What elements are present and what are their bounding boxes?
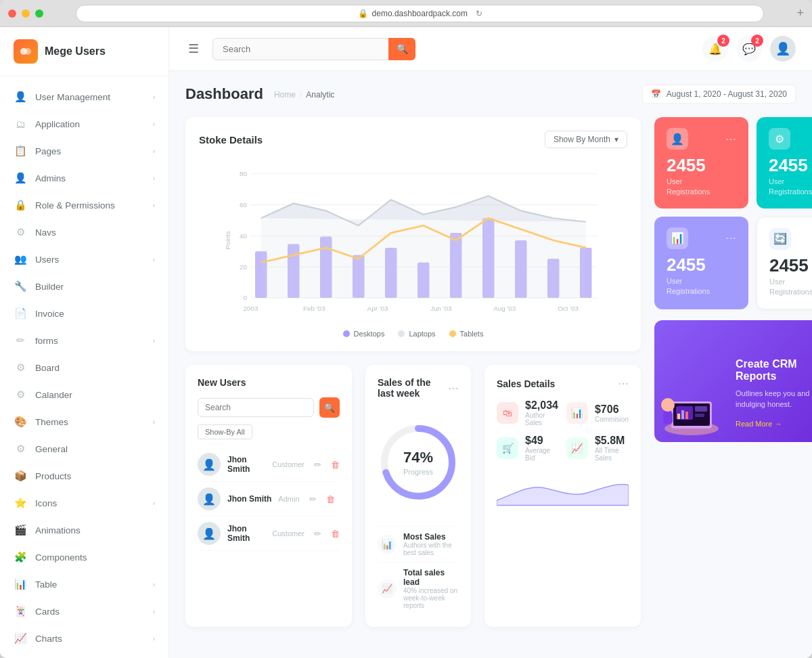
- stat-card-white-label: UserRegistrations: [769, 277, 812, 298]
- users-search-input[interactable]: [198, 398, 314, 417]
- users-search-btn[interactable]: 🔍: [319, 397, 340, 418]
- search-button[interactable]: 🔍: [388, 38, 415, 60]
- sidebar-item-components[interactable]: 🧩 Components: [0, 544, 168, 571]
- user-delete-3[interactable]: 🗑: [331, 529, 340, 539]
- progress-label: Progress: [403, 468, 433, 476]
- bell-badge: 2: [717, 35, 729, 47]
- menu-label-themes: Themes: [35, 417, 153, 427]
- user-edit-1[interactable]: ✏: [314, 460, 321, 470]
- sidebar-item-general[interactable]: ⚙ General: [0, 435, 168, 462]
- sidebar-item-products[interactable]: 📦 Products: [0, 462, 168, 489]
- svg-text:Apr '03: Apr '03: [367, 305, 388, 312]
- menu-icon-role-permissions: 🔒: [14, 198, 27, 212]
- svg-text:Jun '03: Jun '03: [430, 305, 452, 312]
- sidebar-item-user-management[interactable]: 👤 User Management ›: [0, 83, 168, 110]
- bell-notification-btn[interactable]: 🔔 2: [702, 36, 728, 62]
- total-sales-title: Total sales lead: [403, 568, 459, 587]
- sidebar-item-admins[interactable]: 👤 Admins ›: [0, 164, 168, 192]
- svg-text:Points: Points: [224, 231, 231, 249]
- chat-notification-btn[interactable]: 💬 2: [736, 36, 762, 62]
- browser-window: 🔒 demo.dashboardpack.com ↻ + Mege Users …: [0, 0, 812, 658]
- sidebar-item-icons[interactable]: ⭐ Icons ›: [0, 489, 168, 517]
- sidebar-item-invoice[interactable]: 📄 Invoice: [0, 300, 168, 327]
- mini-chart-svg: [497, 470, 629, 510]
- search-input[interactable]: [212, 38, 415, 60]
- menu-icon-icons: ⭐: [14, 496, 27, 510]
- stat-card-pink-label: UserRegistrations: [667, 177, 736, 198]
- menu-arrow-users: ›: [153, 256, 155, 263]
- user-name-1: Jhon Smith: [227, 455, 265, 474]
- sales-week-menu[interactable]: ⋯: [448, 382, 459, 395]
- all-time-sales-label: All Time Sales: [595, 447, 629, 462]
- chart-filter-btn[interactable]: Show By Month ▾: [545, 131, 627, 148]
- date-range-picker[interactable]: 📅 August 1, 2020 - August 31, 2020: [642, 85, 796, 104]
- sidebar-item-cards[interactable]: 🃏 Cards ›: [0, 598, 168, 625]
- new-users-card: New Users 🔍 Show-By All 👤: [185, 365, 352, 627]
- commission-label: Commision: [595, 416, 629, 423]
- sidebar-item-users[interactable]: 👥 Users ›: [0, 246, 168, 273]
- breadcrumb-home[interactable]: Home: [274, 90, 296, 100]
- total-sales-text: Total sales lead 40% increased on week-t…: [403, 568, 459, 609]
- sidebar-item-calander[interactable]: ⚙ Calander: [0, 381, 168, 408]
- new-tab-btn[interactable]: +: [796, 6, 804, 20]
- user-info-1: Jhon Smith: [227, 455, 265, 474]
- sales-details-menu[interactable]: ⋯: [618, 377, 629, 390]
- sidebar-item-navs[interactable]: ⚙ Navs: [0, 219, 168, 246]
- address-bar[interactable]: 🔒 demo.dashboardpack.com ↻: [76, 5, 764, 22]
- all-time-sales-amount: $5.8M: [595, 435, 629, 447]
- menu-label-table: Table: [35, 579, 153, 590]
- browser-maximize-btn[interactable]: [35, 9, 43, 18]
- user-role-3: Customer: [272, 529, 304, 538]
- sidebar-item-forms[interactable]: ✏ forms ›: [0, 327, 168, 354]
- most-sales-text: Most Sales Authors with the best sales: [403, 532, 459, 556]
- show-by-all-filter[interactable]: Show-By All: [198, 424, 252, 439]
- menu-label-role-permissions: Role & Permissions: [35, 200, 153, 211]
- crm-read-more-link[interactable]: Read More →: [736, 420, 782, 428]
- tablets-label: Tablets: [460, 330, 484, 338]
- menu-label-builder: Builder: [35, 282, 155, 292]
- hamburger-button[interactable]: ☰: [185, 39, 202, 59]
- user-avatar[interactable]: 👤: [770, 36, 796, 62]
- sidebar-item-role-permissions[interactable]: 🔒 Role & Permissions ›: [0, 192, 168, 219]
- browser-minimize-btn[interactable]: [22, 9, 30, 18]
- browser-close-btn[interactable]: [8, 9, 16, 18]
- page-header: Dashboard Home / Analytic 📅 August 1, 20…: [185, 85, 796, 104]
- user-edit-3[interactable]: ✏: [314, 529, 321, 539]
- total-sales-sub: 40% increased on week-to-week reports: [403, 587, 459, 609]
- user-delete-2[interactable]: 🗑: [326, 494, 335, 504]
- stat-card-pink-menu[interactable]: ⋯: [725, 133, 736, 146]
- author-sales-icon: 🛍: [497, 402, 518, 424]
- right-column: 👤 ⋯ 2455 UserRegistrations ⚙ ⋯: [654, 117, 812, 627]
- user-delete-1[interactable]: 🗑: [331, 460, 340, 470]
- sidebar-item-application[interactable]: 🗂 Application ›: [0, 110, 168, 137]
- sidebar-item-builder[interactable]: 🔧 Builder: [0, 273, 168, 300]
- stat-cards-grid: 👤 ⋯ 2455 UserRegistrations ⚙ ⋯: [654, 117, 812, 309]
- menu-icon-table: 📊: [14, 577, 27, 591]
- menu-arrow-pages: ›: [153, 148, 155, 155]
- sidebar-item-charts[interactable]: 📈 Charts ›: [0, 625, 168, 652]
- sidebar-item-pages[interactable]: 📋 Pages ›: [0, 137, 168, 164]
- stat-card-purple: 📊 ⋯ 2455 UserRegistrations: [654, 217, 748, 309]
- author-sales-info: $2,034 Author Sales: [525, 399, 558, 426]
- menu-arrow-forms: ›: [153, 337, 155, 345]
- sidebar-item-board[interactable]: ⚙ Board: [0, 354, 168, 381]
- menu-arrow-themes: ›: [153, 418, 155, 426]
- user-avatar-1: 👤: [198, 453, 221, 476]
- menu-icon-admins: 👤: [14, 171, 27, 185]
- stat-card-purple-menu[interactable]: ⋯: [725, 232, 736, 244]
- menu-icon-pages: 📋: [14, 144, 27, 158]
- sales-week-header: Sales of the last week ⋯: [378, 377, 459, 399]
- logo-text: Mege Users: [45, 45, 106, 58]
- sidebar-item-animations[interactable]: 🎬 Animations: [0, 517, 168, 544]
- commission-item: 📊 $706 Commision: [566, 399, 629, 426]
- sidebar-item-table[interactable]: 📊 Table ›: [0, 571, 168, 598]
- menu-arrow-admins: ›: [153, 175, 155, 182]
- menu-label-components: Components: [35, 552, 155, 563]
- progress-circle: 74% Progress: [378, 422, 459, 503]
- user-edit-2[interactable]: ✏: [309, 494, 317, 504]
- sidebar-logo: Mege Users: [0, 27, 168, 76]
- sidebar-item-ui-kits[interactable]: 🎁 UI Kits ›: [0, 652, 168, 658]
- refresh-icon[interactable]: ↻: [476, 9, 482, 18]
- sidebar-item-themes[interactable]: 🎨 Themes ›: [0, 408, 168, 435]
- menu-label-cards: Cards: [35, 607, 153, 617]
